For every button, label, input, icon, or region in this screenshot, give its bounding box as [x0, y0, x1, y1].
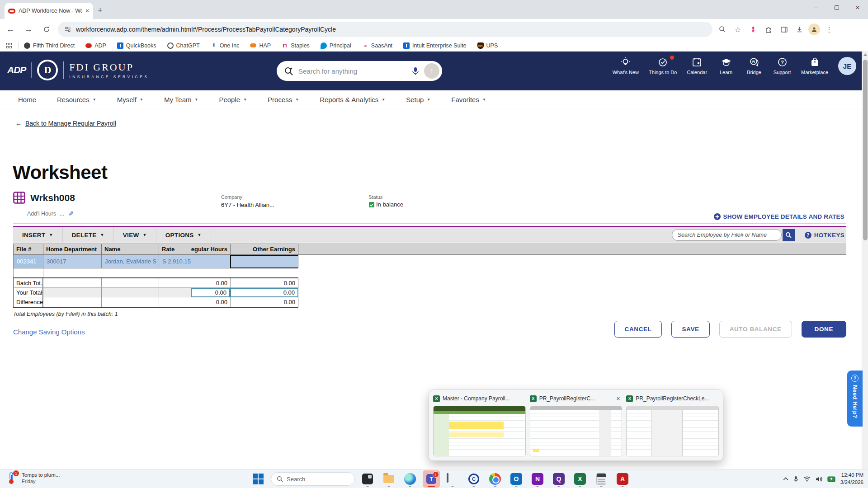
preview-close-icon[interactable]: ✕ — [614, 394, 622, 403]
cell-other-earnings-selected[interactable] — [230, 255, 298, 268]
browser-profile-avatar[interactable] — [808, 23, 820, 35]
done-button[interactable]: DONE — [802, 321, 846, 338]
side-panel-icon[interactable] — [778, 23, 790, 36]
scrollbar-up-arrow[interactable] — [863, 53, 867, 56]
preview-master-payroll[interactable]: X Master - Company Payroll... — [433, 394, 526, 456]
scrollbar-thumb[interactable] — [863, 60, 868, 240]
bookmark-hap[interactable]: HAP — [250, 42, 271, 49]
nav-my-team[interactable]: My Team▼ — [164, 96, 198, 103]
tray-volume-icon[interactable] — [816, 476, 822, 482]
back-to-payroll-link[interactable]: ← Back to Manage Regular Payroll — [15, 120, 116, 127]
your-other-earnings-input[interactable]: 0.00 — [230, 288, 298, 297]
taskbar-file-explorer[interactable] — [380, 470, 397, 488]
change-saving-options-link[interactable]: Change Saving Options — [13, 328, 85, 336]
insert-menu[interactable]: INSERT▼ — [13, 227, 63, 243]
whats-new-button[interactable]: What's New — [613, 57, 639, 75]
extension-pink-icon[interactable] — [747, 23, 760, 36]
marketplace-button[interactable]: Marketplace — [801, 57, 828, 75]
tray-update-icon[interactable] — [827, 476, 835, 482]
taskbar-clock[interactable]: 12:40 PM 3/24/2026 — [840, 472, 863, 486]
nav-people[interactable]: People▼ — [219, 96, 247, 103]
close-button[interactable]: ✕ — [847, 0, 868, 15]
tray-microphone-icon[interactable] — [793, 476, 798, 483]
edit-pencil-icon[interactable]: ✎ — [68, 210, 74, 217]
bookmark-ups[interactable]: upsUPS — [477, 42, 498, 49]
nav-process[interactable]: Process▼ — [268, 96, 299, 103]
bookmark-adp[interactable]: ADP — [85, 42, 106, 49]
bookmark-intuit[interactable]: Intuit Enterprise Suite — [403, 42, 467, 49]
support-button[interactable]: ? Support — [773, 57, 791, 75]
spreadsheet-thumbnail[interactable] — [433, 406, 526, 456]
taskbar-calculator[interactable] — [593, 470, 610, 488]
browser-menu-icon[interactable]: ⋮ — [823, 23, 835, 36]
taskbar-teams-alert[interactable]: T 1 — [423, 470, 440, 488]
weather-widget[interactable]: 1 Temps to plum... Friday — [6, 471, 60, 485]
tab-close-icon[interactable]: ✕ — [85, 8, 90, 14]
nav-favorites[interactable]: Favorites▼ — [451, 96, 486, 103]
refresh-icon[interactable] — [39, 22, 54, 37]
taskbar-c-app[interactable]: C — [465, 470, 482, 488]
bookmark-quickbooks[interactable]: QuickBooks — [117, 42, 156, 49]
cell-home-department[interactable]: 300017 — [43, 255, 101, 268]
nav-setup[interactable]: Setup▼ — [406, 96, 430, 103]
options-menu[interactable]: OPTIONS▼ — [156, 227, 211, 243]
taskbar-quickbooks[interactable]: Q — [550, 470, 567, 488]
start-button[interactable] — [250, 470, 267, 488]
taskbar-chrome[interactable] — [486, 470, 504, 488]
global-search-input[interactable] — [298, 67, 407, 75]
taskbar-excel[interactable]: X — [571, 470, 589, 488]
bookmark-staples[interactable]: ⊓Staples — [282, 42, 310, 49]
cell-file-number[interactable]: 002341 — [13, 255, 43, 268]
save-button[interactable]: SAVE — [671, 321, 709, 338]
cell-rate[interactable]: S 2,910.15 — [159, 255, 191, 268]
preview-payroll-register[interactable]: X PR_PayrollRegisterC... ✕ — [530, 394, 623, 456]
taskbar-remote-desktop[interactable] — [444, 470, 461, 488]
microphone-icon[interactable] — [411, 66, 420, 75]
taskbar-dark-app[interactable] — [359, 470, 376, 488]
page-scrollbar[interactable] — [862, 52, 868, 469]
view-menu[interactable]: VIEW▼ — [114, 227, 156, 243]
preview-payroll-check-ledger[interactable]: X PR_PayrollRegisterCheckLe... — [626, 394, 719, 456]
bridge-button[interactable]: B Bridge — [745, 57, 763, 75]
bookmark-saasant[interactable]: ≈SaasAnt — [362, 42, 392, 49]
minimize-button[interactable]: ─ — [806, 0, 826, 15]
tray-wifi-icon[interactable] — [803, 476, 811, 482]
new-tab-button[interactable]: + — [98, 5, 103, 15]
maximize-button[interactable] — [826, 0, 847, 15]
cell-regular-hours[interactable] — [191, 255, 230, 268]
taskbar-acrobat[interactable]: A — [614, 470, 631, 488]
employee-search-button[interactable] — [783, 229, 795, 241]
delete-menu[interactable]: DELETE▼ — [63, 227, 114, 243]
bookmark-fifth-third[interactable]: Fifth Third Direct — [24, 42, 75, 49]
cancel-button[interactable]: CANCEL — [614, 321, 662, 338]
taskbar-edge[interactable] — [401, 470, 419, 488]
learn-button[interactable]: Learn — [717, 57, 735, 75]
nav-home[interactable]: Home — [18, 96, 36, 103]
bookmark-star-icon[interactable]: ☆ — [731, 23, 744, 36]
extensions-puzzle-icon[interactable] — [762, 23, 775, 36]
global-search[interactable]: ↑ — [277, 61, 442, 81]
search-submit-icon[interactable]: ↑ — [424, 63, 439, 79]
tray-chevron-icon[interactable] — [783, 477, 788, 481]
user-avatar[interactable]: JE — [838, 57, 856, 75]
taskbar-search[interactable]: Search — [271, 472, 355, 486]
need-help-tab[interactable]: ? Need Help? — [847, 371, 863, 427]
things-to-do-button[interactable]: Things to Do — [649, 57, 677, 75]
spreadsheet-thumbnail[interactable] — [626, 406, 719, 456]
nav-reports-analytics[interactable]: Reports & Analytics▼ — [320, 96, 385, 103]
hotkeys-button[interactable]: ? HOTKEYS — [805, 232, 844, 239]
taskbar-onenote[interactable]: N — [529, 470, 546, 488]
downloads-icon[interactable] — [793, 23, 806, 36]
url-input[interactable]: workforcenow.adp.com/theme/admin.html#/P… — [58, 22, 712, 37]
show-employee-details-link[interactable]: SHOW EMPLOYEE DETAILS AND RATES — [714, 213, 844, 220]
nav-myself[interactable]: Myself▼ — [117, 96, 143, 103]
bookmark-one-inc[interactable]: ⦀One Inc — [211, 42, 240, 49]
calendar-button[interactable]: Calendar — [687, 57, 707, 75]
bookmark-principal[interactable]: Principal — [321, 42, 351, 49]
browser-tab[interactable]: ADP Workforce Now - Workshe ✕ — [5, 3, 93, 19]
back-icon[interactable]: ← — [3, 22, 18, 37]
taskbar-outlook[interactable]: O — [508, 470, 525, 488]
zoom-lens-icon[interactable] — [716, 23, 729, 36]
bookmark-chatgpt[interactable]: ChatGPT — [167, 42, 200, 49]
your-regular-hours-input[interactable]: 0.00 — [191, 288, 230, 297]
